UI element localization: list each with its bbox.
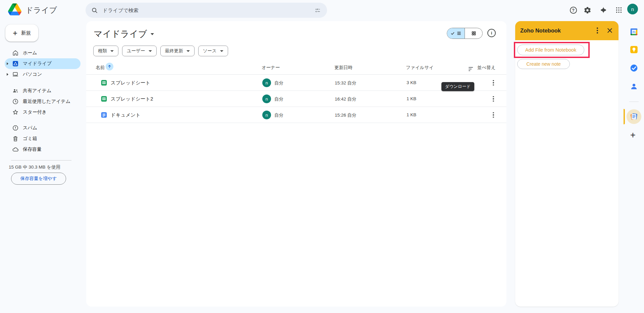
column-header-modified[interactable]: 更新日時: [334, 65, 353, 71]
apps-grid-button[interactable]: [613, 5, 624, 15]
sidebar-item-label: ホーム: [23, 50, 37, 56]
row-more-actions-button[interactable]: [490, 79, 497, 86]
row-more-actions-button[interactable]: [490, 95, 497, 103]
column-header-name[interactable]: 名前: [96, 65, 105, 71]
add-file-from-notebook-button[interactable]: Add File from Notebook: [517, 45, 584, 55]
sidebar-item-shared[interactable]: 共有アイテム: [5, 85, 80, 96]
plus-icon: +: [13, 29, 17, 37]
zoho-panel-header: Zoho Notebook: [515, 21, 619, 40]
sidebar-item-computers[interactable]: パソコン: [5, 69, 80, 80]
size-label: 1 KB: [407, 96, 416, 101]
get-add-ons-button[interactable]: +: [630, 131, 636, 140]
sidebar-item-label: スパム: [23, 125, 37, 131]
owner-label: 自分: [274, 80, 283, 86]
zoho-notebook-icon: [629, 112, 639, 121]
chevron-down-icon: [220, 50, 223, 52]
new-button-label: 新規: [21, 30, 31, 36]
filter-chip-people[interactable]: ユーザー: [122, 46, 157, 56]
filter-chip-modified[interactable]: 最終更新: [160, 46, 195, 56]
spam-icon: [12, 125, 19, 131]
page-title-dropdown[interactable]: マイドライブ: [94, 28, 154, 40]
create-new-note-button[interactable]: Create new note: [517, 59, 570, 69]
filter-chips: 種類 ユーザー 最終更新 ソース: [93, 46, 228, 56]
google-drive-logo-icon: [8, 3, 21, 15]
apps-grid-icon: [615, 6, 623, 14]
modified-label: 15:26 自分: [335, 112, 357, 118]
search-bar[interactable]: [86, 3, 327, 18]
sidebar: + 新規 ホーム マイドライブ パソコン 共有アイテム 最近使用したアイテム ス…: [0, 20, 86, 313]
sidebar-item-home[interactable]: ホーム: [5, 48, 80, 58]
sidebar-item-spam[interactable]: スパム: [5, 123, 80, 133]
get-more-storage-button[interactable]: 保存容量を増やす: [11, 173, 66, 185]
calendar-icon[interactable]: 31: [630, 27, 638, 36]
panel-more-actions-button[interactable]: [594, 27, 601, 34]
computer-icon: [12, 71, 19, 78]
new-button[interactable]: + 新規: [5, 24, 38, 42]
sort-label[interactable]: 並べ替え: [477, 65, 496, 71]
column-header-owner[interactable]: オーナー: [262, 65, 280, 71]
file-name: スプレッドシート: [111, 80, 150, 86]
grid-view-icon: [471, 31, 476, 36]
table-row[interactable]: ドキュメント n 自分 15:26 自分 1 KB: [86, 107, 506, 123]
sidebar-item-storage[interactable]: 保存容量: [5, 144, 80, 155]
file-browser-panel: マイドライブ 種類 ユーザー 最終更新 ソース i 名前 オーナー 更新日時 フ…: [86, 21, 506, 307]
help-button[interactable]: ?: [568, 5, 579, 15]
sidebar-item-recent[interactable]: 最近使用したアイテム: [5, 96, 80, 107]
keep-icon[interactable]: [630, 45, 638, 54]
table-header: 名前 オーナー 更新日時 ファイルサイ 並べ替え: [86, 61, 506, 75]
contacts-icon[interactable]: [630, 82, 638, 91]
sidebar-item-starred[interactable]: スター付き: [5, 107, 80, 118]
search-input[interactable]: [103, 7, 314, 13]
rail-divider: [629, 102, 639, 102]
my-drive-icon: [12, 60, 19, 67]
settings-button[interactable]: [582, 5, 593, 15]
home-icon: [12, 50, 19, 56]
modified-label: 16:42 自分: [335, 96, 357, 102]
search-options-icon[interactable]: [314, 7, 321, 14]
search-icon: [91, 7, 98, 14]
sidebar-item-trash[interactable]: ゴミ箱: [5, 133, 80, 144]
cloud-icon: [12, 146, 19, 153]
account-avatar[interactable]: n: [627, 4, 638, 14]
chip-label: ユーザー: [127, 48, 145, 54]
page-title: マイドライブ: [94, 28, 147, 40]
row-more-actions-button[interactable]: [490, 111, 497, 119]
grid-view-button[interactable]: [465, 28, 482, 39]
people-icon: [12, 87, 19, 94]
sheets-file-icon: [101, 79, 107, 86]
gear-icon: [584, 6, 591, 14]
filter-chip-source[interactable]: ソース: [198, 46, 228, 56]
owner-label: 自分: [274, 96, 283, 102]
owner-avatar: n: [262, 111, 271, 119]
sidebar-item-label: パソコン: [23, 71, 42, 77]
sparkle-icon: [600, 6, 607, 14]
filter-chip-type[interactable]: 種類: [93, 46, 118, 56]
expand-arrow-icon[interactable]: [7, 62, 8, 65]
tasks-icon[interactable]: [630, 64, 638, 72]
sidebar-item-label: ゴミ箱: [23, 136, 37, 142]
column-header-size[interactable]: ファイルサイ: [406, 65, 434, 71]
details-info-button[interactable]: i: [487, 29, 496, 37]
svg-text:31: 31: [632, 30, 636, 34]
gemini-button[interactable]: [598, 5, 609, 15]
sort-ascending-button[interactable]: [106, 63, 113, 70]
table-row[interactable]: スプレッドシート2 n 自分 16:42 自分 1 KB: [86, 91, 506, 107]
help-icon: ?: [570, 7, 577, 14]
sidebar-item-label: 保存容量: [23, 146, 42, 152]
list-view-button[interactable]: [447, 28, 465, 39]
expand-arrow-icon[interactable]: [7, 73, 8, 76]
check-icon: [450, 31, 455, 36]
chevron-down-icon: [149, 50, 152, 52]
chip-label: 最終更新: [165, 48, 183, 54]
modified-label: 15:32 自分: [335, 80, 357, 86]
close-icon[interactable]: [606, 27, 613, 34]
zoho-notebook-addon-button[interactable]: [627, 109, 641, 124]
sidebar-item-label: 最近使用したアイテム: [23, 99, 70, 105]
clock-icon: [12, 98, 19, 105]
zoho-notebook-panel: Zoho Notebook Add File from Notebook Cre…: [515, 21, 619, 307]
sidebar-item-label: マイドライブ: [23, 61, 52, 67]
zoho-panel-title: Zoho Notebook: [520, 27, 561, 34]
sort-icon[interactable]: [469, 66, 473, 72]
sidebar-item-my-drive[interactable]: マイドライブ: [5, 58, 80, 69]
size-label: 1 KB: [407, 112, 416, 117]
